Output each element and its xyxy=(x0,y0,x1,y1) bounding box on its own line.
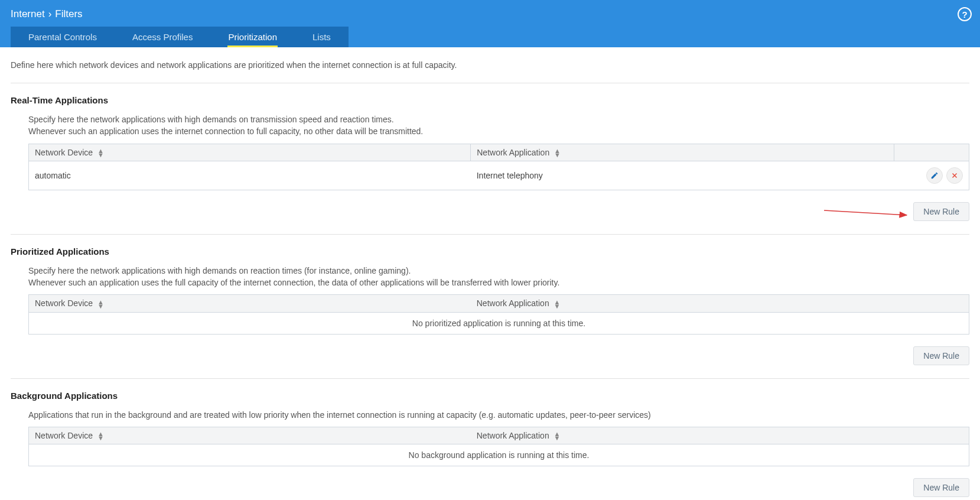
empty-message: No prioritized application is running at… xyxy=(29,312,969,334)
section-description: Applications that run in the background … xyxy=(28,409,969,421)
column-label: Network Application xyxy=(477,431,549,440)
realtime-table: Network Device ▲▼ Network Application ▲▼… xyxy=(28,144,969,190)
sort-icon: ▲▼ xyxy=(97,300,104,309)
background-table: Network Device ▲▼ Network Application ▲▼… xyxy=(28,427,969,466)
tab-prioritization[interactable]: Prioritization xyxy=(210,27,295,47)
divider xyxy=(11,234,969,235)
tab-parental-controls[interactable]: Parental Controls xyxy=(11,27,115,47)
breadcrumb-item[interactable]: Internet xyxy=(11,8,45,20)
column-header-app[interactable]: Network Application ▲▼ xyxy=(471,144,894,161)
column-label: Network Device xyxy=(35,298,93,308)
new-rule-button[interactable]: New Rule xyxy=(913,478,969,497)
breadcrumb-item[interactable]: Filters xyxy=(55,8,82,20)
column-label: Network Device xyxy=(35,148,93,157)
sort-icon: ▲▼ xyxy=(554,149,561,157)
section-desc-line: Specify here the network applications wi… xyxy=(28,115,394,124)
column-header-actions xyxy=(894,144,969,161)
help-icon[interactable]: ? xyxy=(958,7,972,21)
tabs-container: Parental Controls Access Profiles Priori… xyxy=(0,27,980,47)
section-desc-line: Specify here the network applications wi… xyxy=(28,266,411,275)
delete-button[interactable] xyxy=(946,167,963,184)
svg-line-0 xyxy=(824,210,907,215)
close-icon xyxy=(950,171,959,180)
section-title: Background Applications xyxy=(11,391,969,401)
sort-icon: ▲▼ xyxy=(554,300,561,309)
divider xyxy=(11,83,969,83)
section-realtime: Real-Time Applications Specify here the … xyxy=(11,95,969,221)
section-desc-line: Whenever such an application uses the fu… xyxy=(28,278,559,287)
column-label: Network Application xyxy=(477,148,549,157)
column-header-app[interactable]: Network Application ▲▼ xyxy=(471,295,969,312)
tab-lists[interactable]: Lists xyxy=(295,27,349,47)
new-rule-button[interactable]: New Rule xyxy=(913,346,969,365)
page-header: Internet › Filters ? xyxy=(0,0,980,28)
sort-icon: ▲▼ xyxy=(97,432,104,440)
edit-button[interactable] xyxy=(926,167,943,184)
section-description: Specify here the network applications wi… xyxy=(28,113,969,138)
section-title: Prioritized Applications xyxy=(11,246,969,257)
column-header-device[interactable]: Network Device ▲▼ xyxy=(29,295,471,312)
section-desc-line: Applications that run in the background … xyxy=(28,410,651,420)
sort-icon: ▲▼ xyxy=(554,432,561,440)
divider xyxy=(11,378,969,379)
section-prioritized: Prioritized Applications Specify here th… xyxy=(11,246,969,365)
empty-message: No background application is running at … xyxy=(29,444,969,466)
pencil-icon xyxy=(930,171,939,180)
cell-app: Internet telephony xyxy=(471,161,894,190)
table-row: automatic Internet telephony xyxy=(29,161,969,190)
sort-icon: ▲▼ xyxy=(97,149,104,157)
column-label: Network Application xyxy=(477,298,549,308)
column-header-device[interactable]: Network Device ▲▼ xyxy=(29,427,471,444)
table-row-empty: No prioritized application is running at… xyxy=(29,312,969,334)
cell-device: automatic xyxy=(29,161,471,190)
section-desc-line: Whenever such an application uses the in… xyxy=(28,126,423,136)
section-background: Background Applications Applications tha… xyxy=(11,391,969,498)
annotation-arrow-icon xyxy=(824,208,913,219)
column-header-device[interactable]: Network Device ▲▼ xyxy=(29,144,471,161)
breadcrumb: Internet › Filters xyxy=(11,8,83,20)
new-rule-button[interactable]: New Rule xyxy=(913,202,969,221)
column-header-app[interactable]: Network Application ▲▼ xyxy=(471,427,969,444)
table-row-empty: No background application is running at … xyxy=(29,444,969,466)
main-content: Define here which network devices and ne… xyxy=(0,47,980,500)
section-description: Specify here the network applications wi… xyxy=(28,265,969,289)
tab-access-profiles[interactable]: Access Profiles xyxy=(115,27,211,47)
breadcrumb-separator-icon: › xyxy=(48,8,52,20)
prioritized-table: Network Device ▲▼ Network Application ▲▼… xyxy=(28,294,969,334)
cell-actions xyxy=(894,161,969,190)
section-title: Real-Time Applications xyxy=(11,95,969,105)
page-description: Define here which network devices and ne… xyxy=(11,60,969,70)
column-label: Network Device xyxy=(35,431,93,440)
